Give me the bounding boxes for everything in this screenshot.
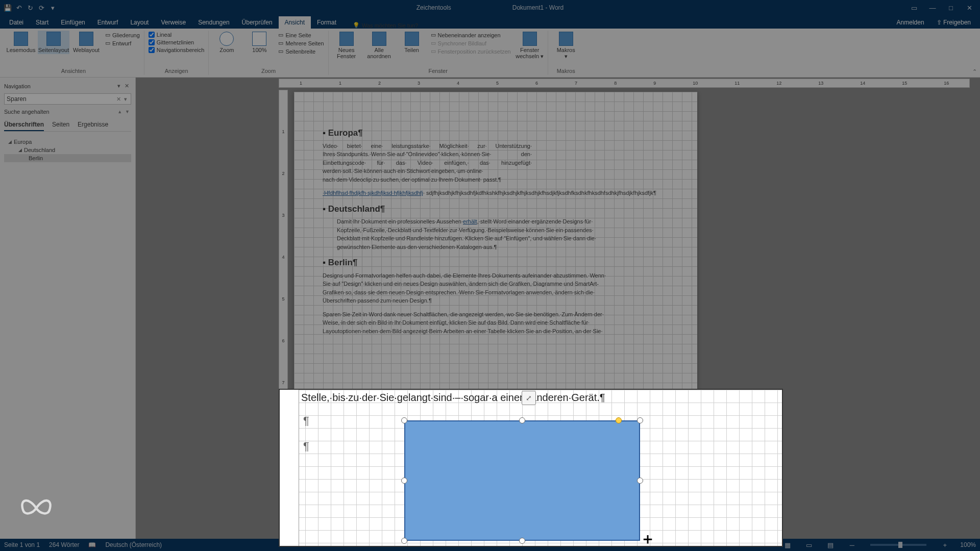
heading-deutschland[interactable]: Deutschland¶ xyxy=(323,203,669,216)
resize-handle-e[interactable] xyxy=(637,478,643,484)
zoom-out-icon[interactable]: ─ xyxy=(846,541,858,549)
nav-tab-pages[interactable]: Seiten xyxy=(52,119,69,131)
resize-handle-n[interactable] xyxy=(519,417,525,423)
qat-dropdown-icon[interactable]: ▾ xyxy=(48,3,57,12)
nav-prev-icon[interactable]: ▲ xyxy=(116,109,124,114)
tab-einfuegen[interactable]: Einfügen xyxy=(55,16,91,29)
paragraph[interactable]: Damit·Ihr·Dokument·ein·professionelles·A… xyxy=(337,217,669,251)
gitter-checkbox[interactable]: Gitternetzlinien xyxy=(149,39,205,45)
reset-pos-icon: ▭ xyxy=(431,48,436,55)
tab-ueberpruefen[interactable]: Überprüfen xyxy=(236,16,279,29)
tab-datei[interactable]: Datei xyxy=(3,16,30,29)
resize-handle-nw[interactable] xyxy=(401,417,407,423)
entwurf-button[interactable]: ▭Entwurf xyxy=(105,40,140,46)
maximize-icon[interactable]: □ xyxy=(942,2,960,14)
resize-handle-s[interactable] xyxy=(519,538,525,544)
group-anzeigen: Lineal Gitternetzlinien Navigationsberei… xyxy=(144,31,209,75)
teilen-button[interactable]: Teilen xyxy=(396,31,428,54)
nebeneinander-button[interactable]: ▭Nebeneinander anzeigen xyxy=(431,32,511,38)
selected-rectangle-shape[interactable] xyxy=(404,420,640,541)
tab-verweise[interactable]: Verweise xyxy=(155,16,192,29)
ruler-tick: 14 xyxy=(860,81,865,86)
mehrere-seiten-button[interactable]: ▭Mehrere Seiten xyxy=(278,40,324,46)
nav-search[interactable]: ✕ ▾ xyxy=(4,93,131,105)
tab-format[interactable]: Format xyxy=(311,16,342,29)
paragraph[interactable]: ·Hfdhflhsd·fhdjkfh·sjkdhfjksd·hfjkhfjksd… xyxy=(323,189,669,197)
seitenlayout-button[interactable]: Seitenlayout xyxy=(38,31,69,54)
nav-node-deutschland[interactable]: ◢Deutschland xyxy=(4,146,131,154)
status-proofing-icon[interactable]: 📖 xyxy=(88,541,96,548)
alle-anordnen-button[interactable]: Alle anordnen xyxy=(363,31,395,60)
sign-in-button[interactable]: Anmelden xyxy=(893,16,928,29)
lineal-checkbox[interactable]: Lineal xyxy=(149,32,205,38)
undo-icon[interactable]: ↶ xyxy=(14,3,23,12)
share-button[interactable]: ⇪ Freigeben xyxy=(933,16,975,29)
ruler-tick: 12 xyxy=(776,81,781,86)
view-print-icon[interactable]: ▭ xyxy=(803,541,815,549)
resize-handle-sw[interactable] xyxy=(401,538,407,544)
sync-scroll-button[interactable]: ▭Synchroner Bildlauf xyxy=(431,40,511,46)
tab-start[interactable]: Start xyxy=(30,16,55,29)
page-width-icon: ▭ xyxy=(278,48,283,55)
redo-icon[interactable]: ↻ xyxy=(26,3,35,12)
rotate-handle[interactable] xyxy=(616,417,622,423)
nav-tab-headings[interactable]: Überschriften xyxy=(4,119,44,131)
tell-me[interactable]: 💡 Was möchten Sie tun? xyxy=(353,22,418,29)
nav-node-europa[interactable]: ◢Europa xyxy=(4,138,131,146)
neues-fenster-button[interactable]: Neues Fenster xyxy=(331,31,362,60)
weblayout-button[interactable]: Weblayout xyxy=(70,31,102,54)
nav-search-dropdown-icon[interactable]: ▾ xyxy=(122,96,129,103)
reset-pos-button[interactable]: ▭Fensterposition zurücksetzen xyxy=(431,48,511,55)
zoom-level[interactable]: 100% xyxy=(960,541,976,548)
lesemodus-button[interactable]: Lesemodus xyxy=(5,31,37,54)
zoom-text-line[interactable]: Stelle,·bis·zu·der·Sie·gelangt·sind·–·so… xyxy=(301,392,605,404)
nav-search-input[interactable] xyxy=(7,95,115,103)
nav-node-berlin[interactable]: Berlin xyxy=(4,154,131,162)
nav-pin-icon[interactable]: ▾ xyxy=(115,83,122,89)
seitenbreite-button[interactable]: ▭Seitenbreite xyxy=(278,48,324,55)
status-words[interactable]: 264 Wörter xyxy=(49,541,79,548)
tab-ansicht[interactable]: Ansicht xyxy=(279,16,311,29)
zoom-100-button[interactable]: 100% xyxy=(243,31,275,54)
collapse-ribbon-icon[interactable]: ⌃ xyxy=(972,68,977,75)
hyperlink[interactable]: erhält xyxy=(463,218,477,224)
zoom-in-icon[interactable]: + xyxy=(939,541,951,549)
nav-tab-results[interactable]: Ergebnisse xyxy=(78,119,108,131)
zoom-button[interactable]: Zoom xyxy=(211,31,242,54)
navpane-checkbox[interactable]: Navigationsbereich xyxy=(149,47,205,53)
gliederung-button[interactable]: ▭Gliederung xyxy=(105,32,140,38)
eine-seite-button[interactable]: ▭Eine Seite xyxy=(278,32,324,38)
fenster-wechseln-button[interactable]: Fenster wechseln ▾ xyxy=(514,31,546,60)
ribbon-options-icon[interactable]: ▭ xyxy=(905,2,923,14)
tab-layout[interactable]: Layout xyxy=(124,16,155,29)
resize-handle-w[interactable] xyxy=(401,478,407,484)
ruler-tick: 6 xyxy=(535,81,538,86)
horizontal-ruler[interactable]: 11234567891011121314151617 xyxy=(279,79,970,88)
heading-europa[interactable]: Europa¶ xyxy=(323,127,669,140)
tree-collapse-icon: ◢ xyxy=(18,147,22,153)
paragraph[interactable]: Video· bietet· eine· leistungsstarke· Mö… xyxy=(323,142,532,184)
save-icon[interactable]: 💾 xyxy=(3,3,12,12)
tab-sendungen[interactable]: Sendungen xyxy=(192,16,235,29)
heading-berlin[interactable]: Berlin¶ xyxy=(323,256,669,269)
view-web-icon[interactable]: ▤ xyxy=(824,541,837,549)
side-by-side-icon: ▭ xyxy=(431,32,436,38)
status-language[interactable]: Deutsch (Österreich) xyxy=(105,541,162,548)
view-read-icon[interactable]: ▦ xyxy=(781,541,794,549)
paragraph[interactable]: Sparen·Sie·Zeit·in·Word·dank·neuer·Schal… xyxy=(323,310,669,336)
status-page[interactable]: Seite 1 von 1 xyxy=(4,541,40,548)
nav-search-clear-icon[interactable]: ✕ xyxy=(115,96,122,103)
makros-button[interactable]: Makros ▾ xyxy=(550,31,582,60)
zoom-slider[interactable] xyxy=(870,544,926,546)
close-icon[interactable]: ✕ xyxy=(961,2,978,14)
nav-close-icon[interactable]: ✕ xyxy=(122,83,131,89)
resize-handle-ne[interactable] xyxy=(637,417,643,423)
print-layout-icon xyxy=(46,32,61,46)
minimize-icon[interactable]: — xyxy=(924,2,941,14)
nav-next-icon[interactable]: ▼ xyxy=(124,109,131,114)
layout-options-icon[interactable]: ⤢ xyxy=(522,391,536,405)
hyperlink[interactable]: ·Hfdhflhsd·fhdjkfh·sjkdhfjksd·hfjkhfjksd… xyxy=(323,190,423,196)
repeat-icon[interactable]: ⟳ xyxy=(37,3,46,12)
tab-entwurf[interactable]: Entwurf xyxy=(91,16,125,29)
paragraph[interactable]: Designs·und·Formatvorlagen·helfen·auch·d… xyxy=(323,271,669,305)
